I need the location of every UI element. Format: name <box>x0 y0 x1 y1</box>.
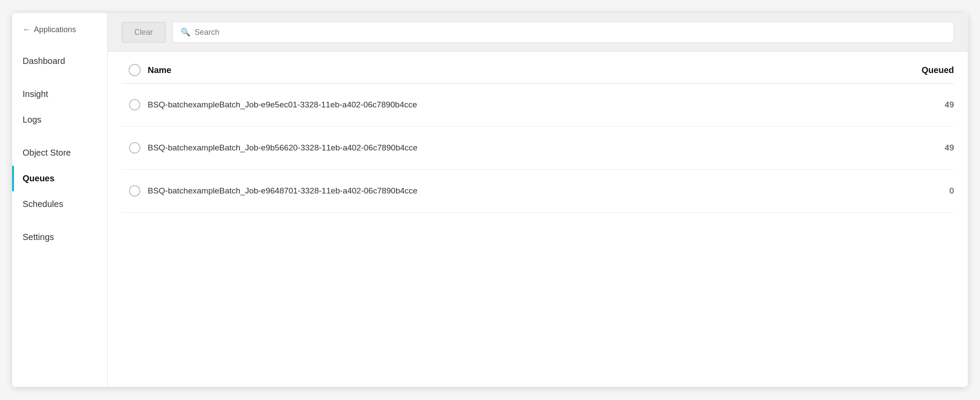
toolbar: Clear 🔍 <box>108 13 968 52</box>
row3-queued: 0 <box>902 186 954 196</box>
clear-button[interactable]: Clear <box>122 22 166 43</box>
row1-radio[interactable] <box>129 99 140 110</box>
table-row: BSQ-batchexampleBatch_Job-e9b56620-3328-… <box>122 127 954 170</box>
search-container: 🔍 <box>172 22 954 43</box>
back-to-applications[interactable]: ← Applications <box>12 13 107 43</box>
header-checkbox-col <box>122 64 148 76</box>
search-input[interactable] <box>195 28 946 37</box>
table-row: BSQ-batchexampleBatch_Job-e9e5ec01-3328-… <box>122 83 954 127</box>
table-header: Name Queued <box>122 52 954 83</box>
row3-name: BSQ-batchexampleBatch_Job-e9648701-3328-… <box>148 186 902 196</box>
col-name-header: Name <box>148 65 902 75</box>
back-arrow: ← <box>23 25 30 34</box>
col-queued-header: Queued <box>902 65 954 75</box>
sidebar-divider-2 <box>12 136 107 137</box>
table-row: BSQ-batchexampleBatch_Job-e9648701-3328-… <box>122 170 954 213</box>
sidebar-item-object-store[interactable]: Object Store <box>12 140 107 166</box>
row2-checkbox-col <box>122 142 148 153</box>
sidebar-item-logs[interactable]: Logs <box>12 107 107 133</box>
main-content: Clear 🔍 Name Queued BSQ-batchexam <box>108 13 968 387</box>
search-icon: 🔍 <box>181 27 190 37</box>
table-area: Name Queued BSQ-batchexampleBatch_Job-e9… <box>108 52 968 387</box>
row1-queued: 49 <box>902 100 954 110</box>
back-label: Applications <box>34 25 76 34</box>
row3-checkbox-col <box>122 185 148 197</box>
sidebar-nav: Dashboard Insight Logs Object Store Queu… <box>12 43 107 255</box>
row3-radio[interactable] <box>129 185 140 197</box>
sidebar: ← Applications Dashboard Insight Logs Ob… <box>12 13 108 387</box>
sidebar-divider-3 <box>12 220 107 221</box>
sidebar-item-queues[interactable]: Queues <box>12 166 107 191</box>
sidebar-divider-1 <box>12 77 107 78</box>
row2-queued: 49 <box>902 143 954 153</box>
row1-checkbox-col <box>122 99 148 110</box>
sidebar-item-dashboard[interactable]: Dashboard <box>12 48 107 74</box>
sidebar-item-settings[interactable]: Settings <box>12 224 107 250</box>
header-radio[interactable] <box>129 64 141 76</box>
sidebar-item-insight[interactable]: Insight <box>12 81 107 107</box>
row2-radio[interactable] <box>129 142 140 153</box>
sidebar-item-schedules[interactable]: Schedules <box>12 191 107 217</box>
row1-name: BSQ-batchexampleBatch_Job-e9e5ec01-3328-… <box>148 100 902 110</box>
row2-name: BSQ-batchexampleBatch_Job-e9b56620-3328-… <box>148 143 902 153</box>
app-container: ← Applications Dashboard Insight Logs Ob… <box>12 13 968 387</box>
